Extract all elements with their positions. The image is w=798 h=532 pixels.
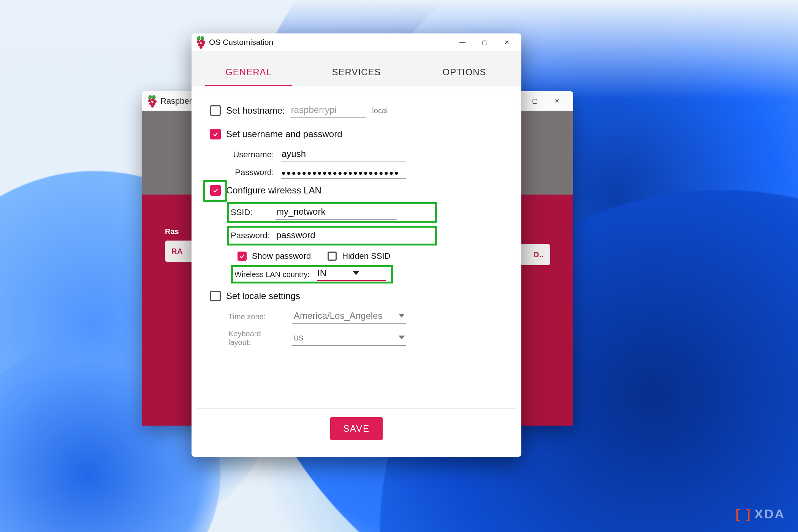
password-input[interactable]: ••••••••••••••••••••••• [281, 169, 406, 179]
os-customisation-window: OS Customisation — ▢ ✕ GENERAL SERVICES … [192, 33, 521, 457]
general-panel: Set hostname: raspberrypi .local Set use… [197, 90, 516, 409]
userpass-checkbox[interactable] [210, 129, 221, 139]
timezone-value: America/Los_Angeles [294, 310, 382, 321]
highlight-ssid-row: SSID: my_network [228, 203, 436, 222]
wifi-country-value: IN [317, 268, 326, 279]
hidden-ssid-checkbox[interactable] [328, 252, 337, 261]
keyboard-select[interactable]: us [292, 331, 406, 346]
show-password-checkbox[interactable] [238, 252, 247, 261]
bg-maximize-button[interactable]: ▢ [524, 93, 546, 109]
locale-label: Set locale settings [226, 291, 300, 301]
bg-left-dropdown-text: RA [171, 247, 183, 256]
username-label: Username: [228, 150, 274, 160]
hostname-suffix: .local [370, 106, 388, 115]
chevron-down-icon [399, 336, 405, 339]
wifi-label: Configure wireless LAN [226, 185, 321, 196]
wifi-password-input[interactable]: password [276, 228, 397, 243]
xda-text: XDA [754, 507, 785, 521]
raspberry-pi-icon [196, 36, 205, 48]
wifi-country-select[interactable]: IN [317, 268, 386, 281]
chevron-down-icon [353, 271, 359, 275]
hostname-input[interactable]: raspberrypi [290, 103, 366, 118]
tab-options[interactable]: OPTIONS [410, 67, 518, 86]
hostname-checkbox[interactable] [210, 105, 221, 116]
minimize-button[interactable]: — [451, 35, 473, 50]
timezone-label: Time zone: [228, 312, 285, 321]
tab-services[interactable]: SERVICES [302, 67, 410, 86]
username-input[interactable]: ayush [281, 147, 406, 162]
chevron-down-icon [399, 314, 405, 318]
raspberry-pi-icon [147, 95, 157, 107]
show-password-label: Show password [252, 251, 311, 261]
bg-close-button[interactable]: ✕ [546, 93, 568, 109]
tab-general[interactable]: GENERAL [195, 67, 302, 86]
ssid-label: SSID: [231, 207, 269, 217]
locale-checkbox[interactable] [210, 291, 221, 301]
userpass-label: Set username and password [226, 129, 342, 139]
fg-window-title: OS Customisation [209, 38, 273, 47]
maximize-button[interactable]: ▢ [473, 35, 496, 50]
tabs: GENERAL SERVICES OPTIONS [192, 51, 521, 86]
hidden-ssid-label: Hidden SSID [342, 251, 390, 261]
hostname-label: Set hostname: [226, 105, 285, 116]
keyboard-value: us [294, 332, 303, 343]
highlight-wifi-country-row: Wireless LAN country: IN [232, 266, 392, 282]
keyboard-label: Keyboard layout: [228, 329, 285, 347]
xda-watermark: [ ] XDA [736, 507, 785, 521]
save-button[interactable]: SAVE [330, 417, 383, 440]
close-button[interactable]: ✕ [496, 35, 518, 50]
highlight-wifi-password-row: Password: password [228, 227, 436, 244]
ssid-input[interactable]: my_network [276, 205, 397, 220]
password-label: Password: [228, 168, 274, 177]
highlight-wifi-checkbox [204, 181, 226, 201]
fg-titlebar: OS Customisation — ▢ ✕ [192, 33, 521, 51]
wifi-password-label: Password: [231, 231, 269, 241]
wifi-country-label: Wireless LAN country: [234, 270, 310, 279]
xda-bracket-icon: [ ] [736, 507, 751, 521]
bg-right-dropdown-text: D.. [534, 250, 544, 259]
timezone-select[interactable]: America/Los_Angeles [292, 309, 406, 324]
